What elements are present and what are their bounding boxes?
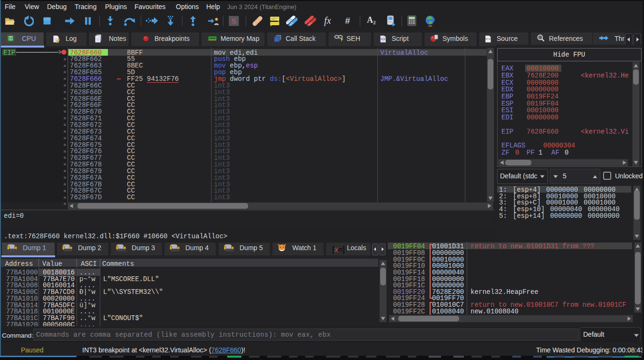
svg-text:<>: <>	[381, 37, 386, 41]
svg-text:<>: <>	[486, 37, 491, 41]
svg-text:S: S	[231, 17, 236, 26]
svg-text:32: 32	[9, 37, 13, 40]
